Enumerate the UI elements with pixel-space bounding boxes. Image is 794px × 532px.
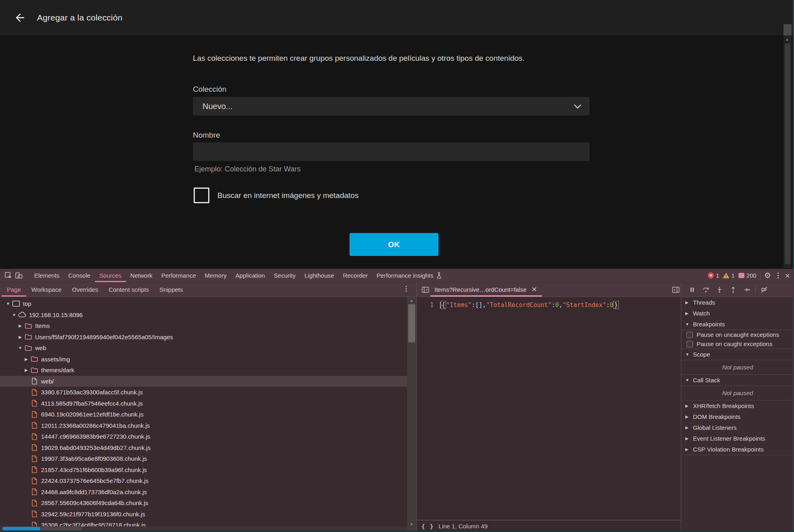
tab-sources[interactable]: Sources bbox=[95, 269, 126, 282]
tree-item-top[interactable]: ▼top bbox=[0, 298, 407, 309]
expanded-arrow-icon[interactable]: ▼ bbox=[5, 301, 11, 306]
tree-item-4113-585d97fba57546eefcc4-chunk-js[interactable]: 4113.585d97fba57546eefcc4.chunk.js bbox=[0, 398, 407, 409]
tree-item-assets-img[interactable]: ▶assets/img bbox=[0, 354, 407, 365]
scroll-up-arrow-icon[interactable]: ▲ bbox=[407, 299, 416, 303]
tree-item-web[interactable]: web/ bbox=[0, 376, 407, 387]
tree-item-14447-c969663983b9e6727230-chunk-js[interactable]: 14447.c969663983b9e6727230.chunk.js bbox=[0, 431, 407, 442]
collapsed-arrow-icon[interactable]: ▶ bbox=[17, 335, 23, 339]
page-scrollbar-thumb[interactable] bbox=[785, 43, 790, 264]
debugger-section-call-stack[interactable]: ▼Call Stack bbox=[681, 375, 794, 386]
collapsed-arrow-icon[interactable]: ▶ bbox=[17, 324, 23, 328]
tab-security[interactable]: Security bbox=[269, 269, 300, 282]
step-over-icon[interactable] bbox=[701, 285, 711, 295]
warning-count-badge[interactable]: ! 1 bbox=[723, 272, 734, 279]
toggle-device-toolbar-icon[interactable] bbox=[14, 270, 24, 281]
editor-tab-items-request[interactable]: Items?Recursive…ordCount=false ✕ bbox=[430, 282, 542, 297]
search-metadata-checkbox-row[interactable]: Buscar en internet imágenes y metadatos bbox=[194, 188, 359, 203]
tree-item-28567-55609c43606f49cda64b-chunk-js[interactable]: 28567.55609c43606f49cda64b.chunk.js bbox=[0, 497, 407, 509]
deactivate-breakpoints-icon[interactable] bbox=[759, 285, 769, 295]
sidebar-more-options-icon[interactable]: ⋮ bbox=[403, 285, 409, 293]
tree-horizontal-scrollbar[interactable] bbox=[0, 526, 407, 531]
collapsed-arrow-icon[interactable]: ▶ bbox=[685, 311, 689, 315]
source-editor-pane[interactable]: 1 {"Items":[],"TotalRecordCount":0,"Star… bbox=[417, 297, 681, 532]
step-icon[interactable] bbox=[742, 285, 752, 295]
tree-item-items[interactable]: ▶Items bbox=[0, 320, 407, 332]
tree-item-21857-43cd751f6b600b39a96f-chunk-js[interactable]: 21857.43cd751f6b600b39a96f.chunk.js bbox=[0, 464, 407, 476]
tree-item-24468-aa9fc8dd173736df0a2a-chunk-js[interactable]: 24468.aa9fc8dd173736df0a2a.chunk.js bbox=[0, 487, 407, 498]
tab-elements[interactable]: Elements bbox=[30, 269, 64, 282]
inspect-element-icon[interactable] bbox=[3, 270, 14, 281]
collapsed-arrow-icon[interactable]: ▶ bbox=[23, 368, 29, 372]
expanded-arrow-icon[interactable]: ▼ bbox=[17, 346, 23, 350]
more-options-icon[interactable]: ⋮ bbox=[775, 271, 782, 280]
collapse-left-panel-icon[interactable] bbox=[420, 285, 430, 295]
tree-item-22424-03737576e645bc5e7fb7-chunk-js[interactable]: 22424.03737576e645bc5e7fb7.chunk.js bbox=[0, 475, 407, 487]
tab-performance[interactable]: Performance bbox=[157, 269, 201, 282]
search-metadata-checkbox[interactable] bbox=[194, 188, 209, 203]
checkbox-pause-on-caught-exceptions[interactable]: Pause on caught exceptions bbox=[681, 339, 794, 349]
tab-network[interactable]: Network bbox=[126, 269, 157, 282]
tree-vertical-scrollbar[interactable]: ▲ ▼ bbox=[407, 297, 416, 532]
collapsed-arrow-icon[interactable]: ▶ bbox=[685, 414, 689, 419]
tree-item-themes-dark[interactable]: ▶themes/dark bbox=[0, 365, 407, 376]
sidebar-tab-workspace[interactable]: Workspace bbox=[26, 282, 67, 297]
ok-button[interactable]: OK bbox=[349, 233, 438, 256]
debugger-section-event-listener-breakpoints[interactable]: ▶Event Listener Breakpoints bbox=[681, 433, 794, 444]
expand-right-panel-icon[interactable] bbox=[670, 285, 681, 295]
tree-item-192-168-10-15-8096[interactable]: ▼192.168.10.15:8096 bbox=[0, 309, 407, 321]
checkbox-pause-on-uncaught-exceptions[interactable]: Pause on uncaught exceptions bbox=[681, 330, 794, 339]
pause-script-icon[interactable] bbox=[687, 285, 697, 295]
page-scrollbar[interactable]: ▲ bbox=[782, 24, 792, 268]
collapsed-arrow-icon[interactable]: ▶ bbox=[685, 425, 689, 430]
close-devtools-icon[interactable]: × bbox=[785, 271, 790, 280]
tree-item-6940-19c020961ee12efdf1be-chunk-js[interactable]: 6940.19c020961ee12efdf1be.chunk.js bbox=[0, 409, 407, 420]
pretty-print-braces-icon[interactable]: { } bbox=[422, 523, 434, 530]
tree-item-web[interactable]: ▼web bbox=[0, 342, 407, 354]
tree-item-32942-59c21f977b19f19136f0-chunk-js[interactable]: 32942.59c21f977b19f19136f0.chunk.js bbox=[0, 509, 407, 520]
close-tab-icon[interactable]: ✕ bbox=[531, 285, 537, 294]
debugger-section-threads[interactable]: ▶Threads bbox=[681, 297, 794, 308]
collapsed-arrow-icon[interactable]: ▶ bbox=[23, 357, 29, 361]
expanded-arrow-icon[interactable]: ▼ bbox=[685, 322, 689, 326]
debugger-section-dom-breakpoints[interactable]: ▶DOM Breakpoints bbox=[681, 411, 794, 422]
tab-recorder[interactable]: Recorder bbox=[339, 269, 372, 282]
debugger-section-scope[interactable]: ▼Scope bbox=[681, 349, 794, 360]
tree-item-3380-671b53ac39300afacc5f-chunk-js[interactable]: 3380.671b53ac39300afacc5f.chunk.js bbox=[0, 387, 407, 398]
tree-item-users-f5faf790f2194895940ef042e5565a05-images[interactable]: ▶Users/f5faf790f2194895940ef042e5565a05/… bbox=[0, 332, 407, 343]
tab-performance-insights[interactable]: Performance insights bbox=[372, 269, 447, 282]
tree-item-19029-6abd0493253e4d49db27-chunk-js[interactable]: 19029.6abd0493253e4d49db27.chunk.js bbox=[0, 442, 407, 454]
scroll-up-arrow-icon[interactable]: ▲ bbox=[782, 37, 792, 41]
checkbox-icon[interactable] bbox=[686, 341, 693, 347]
error-count-badge[interactable]: × 1 bbox=[708, 272, 719, 279]
checkbox-icon[interactable] bbox=[686, 332, 693, 338]
debugger-section-breakpoints[interactable]: ▼Breakpoints bbox=[681, 319, 794, 330]
collection-select[interactable]: Nuevo... bbox=[193, 97, 589, 115]
expanded-arrow-icon[interactable]: ▼ bbox=[11, 313, 17, 317]
step-into-icon[interactable] bbox=[714, 285, 725, 295]
tree-scrollbar-thumb[interactable] bbox=[408, 304, 415, 342]
expanded-arrow-icon[interactable]: ▼ bbox=[685, 352, 689, 357]
tab-application[interactable]: Application bbox=[231, 269, 269, 282]
collapsed-arrow-icon[interactable]: ▶ bbox=[685, 404, 689, 408]
sidebar-tab-page[interactable]: Page bbox=[2, 282, 26, 297]
tab-lighthouse[interactable]: Lighthouse bbox=[300, 269, 338, 282]
tree-item-12011-23368a00286c479041ba-chunk-js[interactable]: 12011.23368a00286c479041ba.chunk.js bbox=[0, 420, 407, 431]
collapsed-arrow-icon[interactable]: ▶ bbox=[685, 447, 689, 452]
tree-hscrollbar-thumb[interactable] bbox=[2, 527, 41, 530]
console-message-badge[interactable]: 200 bbox=[738, 272, 757, 279]
scroll-down-arrow-icon[interactable]: ▼ bbox=[407, 522, 416, 526]
tab-console[interactable]: Console bbox=[64, 269, 95, 282]
sidebar-tab-overrides[interactable]: Overrides bbox=[67, 282, 103, 297]
collapsed-arrow-icon[interactable]: ▶ bbox=[685, 436, 689, 441]
tab-memory[interactable]: Memory bbox=[201, 269, 231, 282]
sidebar-tab-snippets[interactable]: Snippets bbox=[154, 282, 188, 297]
back-arrow-icon[interactable] bbox=[12, 10, 27, 25]
collapsed-arrow-icon[interactable]: ▶ bbox=[685, 300, 689, 305]
tree-item-35308-c2bc3f74c6fbc9578718-chunk-js[interactable]: 35308.c2bc3f74c6fbc9578718.chunk.js bbox=[0, 520, 407, 526]
expanded-arrow-icon[interactable]: ▼ bbox=[685, 378, 689, 382]
debugger-section-csp-violation-breakpoints[interactable]: ▶CSP Violation Breakpoints bbox=[681, 444, 794, 455]
step-out-icon[interactable] bbox=[728, 285, 738, 295]
code-line-1[interactable]: 1 {"Items":[],"TotalRecordCount":0,"Star… bbox=[417, 300, 681, 310]
settings-gear-icon[interactable]: ⚙ bbox=[764, 271, 771, 280]
debugger-section-watch[interactable]: ▶Watch bbox=[681, 308, 794, 319]
